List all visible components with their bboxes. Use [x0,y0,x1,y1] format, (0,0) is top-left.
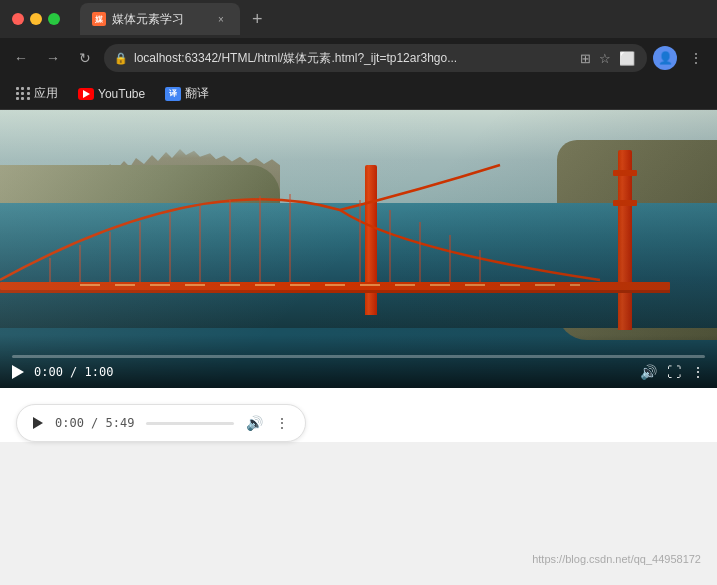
traffic-lights [12,13,60,25]
content-area: 0:00 / 1:00 🔊 ⛶ ⋮ 0:00 / 5:49 🔊 ⋮ [0,110,717,442]
video-progress-bar[interactable] [12,355,705,358]
audio-volume-icon[interactable]: 🔊 [246,415,263,431]
menu-button[interactable]: ⋮ [683,45,709,71]
tab-bar: 媒 媒体元素学习 × + [80,3,705,35]
active-tab[interactable]: 媒 媒体元素学习 × [80,3,240,35]
translate-icon: 译 [165,87,181,101]
video-controls-left: 0:00 / 1:00 [12,365,113,379]
extensions-icon[interactable]: ⊞ [578,49,593,68]
youtube-label: YouTube [98,87,145,101]
refresh-button[interactable]: ↻ [72,45,98,71]
video-more-icon[interactable]: ⋮ [691,364,705,380]
watermark: https://blog.csdn.net/qq_44958172 [532,553,701,565]
new-tab-button[interactable]: + [244,9,271,30]
minimize-button[interactable] [30,13,42,25]
maximize-button[interactable] [48,13,60,25]
volume-icon[interactable]: 🔊 [640,364,657,380]
video-controls: 0:00 / 1:00 🔊 ⛶ ⋮ [0,335,717,388]
tab-close-button[interactable]: × [214,12,228,26]
address-icons: ⊞ ☆ ⬜ [578,49,637,68]
audio-progress-bar[interactable] [146,422,234,425]
forward-button[interactable]: → [40,45,66,71]
bookmarks-bar: 应用 YouTube 译 翻译 [0,78,717,110]
audio-play-button[interactable] [33,417,43,429]
profile-button[interactable]: 👤 [653,46,677,70]
controls-row: 0:00 / 1:00 🔊 ⛶ ⋮ [12,364,705,380]
address-bar: ← → ↻ 🔒 localhost:63342/HTML/html/媒体元素.h… [0,38,717,78]
translate-label: 翻译 [185,85,209,102]
url-text: localhost:63342/HTML/html/媒体元素.html?_ijt… [134,50,572,67]
audio-time-display: 0:00 / 5:49 [55,416,134,430]
back-button[interactable]: ← [8,45,34,71]
audio-player: 0:00 / 5:49 🔊 ⋮ [16,404,306,442]
bookmark-icon[interactable]: ☆ [597,49,613,68]
video-time-display: 0:00 / 1:00 [34,365,113,379]
video-player[interactable]: 0:00 / 1:00 🔊 ⛶ ⋮ [0,110,717,388]
address-input[interactable]: 🔒 localhost:63342/HTML/html/媒体元素.html?_i… [104,44,647,72]
lock-icon: 🔒 [114,52,128,65]
video-controls-right: 🔊 ⛶ ⋮ [640,364,705,380]
youtube-icon [78,88,94,100]
tab-title: 媒体元素学习 [112,11,208,28]
bookmark-youtube[interactable]: YouTube [70,84,153,104]
tab-favicon: 媒 [92,12,106,26]
bookmark-apps[interactable]: 应用 [8,82,66,105]
bookmark-translate[interactable]: 译 翻译 [157,82,217,105]
apps-grid-icon [16,87,30,100]
title-bar: 媒 媒体元素学习 × + [0,0,717,38]
fullscreen-icon[interactable]: ⛶ [667,364,681,380]
profile-scan-icon[interactable]: ⬜ [617,49,637,68]
audio-more-icon[interactable]: ⋮ [275,415,289,431]
video-play-button[interactable] [12,365,24,379]
play-icon [12,365,24,379]
apps-label: 应用 [34,85,58,102]
close-button[interactable] [12,13,24,25]
